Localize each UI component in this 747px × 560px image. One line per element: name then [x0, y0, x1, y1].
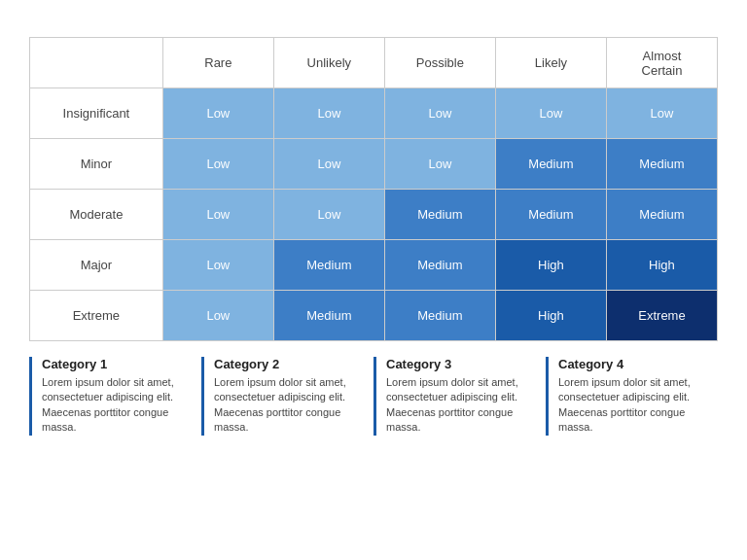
- matrix-cell: Low: [162, 190, 273, 240]
- matrix-cell: Low: [162, 291, 273, 341]
- matrix-cell: High: [495, 240, 606, 291]
- category-item: Category 4Lorem ipsum dolor sit amet, co…: [546, 357, 710, 436]
- matrix-cell: Low: [273, 88, 384, 139]
- category-title: Category 3: [386, 357, 530, 371]
- category-text: Lorem ipsum dolor sit amet, consectetuer…: [386, 375, 530, 436]
- category-text: Lorem ipsum dolor sit amet, consectetuer…: [214, 375, 358, 436]
- matrix-cell: Low: [606, 88, 717, 139]
- category-title: Category 1: [42, 357, 186, 371]
- category-text: Lorem ipsum dolor sit amet, consectetuer…: [558, 375, 702, 436]
- matrix-cell: Medium: [273, 291, 384, 341]
- matrix-cell: Medium: [495, 139, 606, 190]
- matrix-cell: Low: [384, 139, 495, 190]
- matrix-cell: Low: [273, 190, 384, 240]
- matrix-cell: Low: [162, 240, 273, 291]
- row-header: Insignificant: [30, 88, 163, 139]
- row-header: Moderate: [30, 190, 163, 240]
- col-header-almost-certain: AlmostCertain: [606, 38, 717, 88]
- col-header-possible: Possible: [384, 38, 495, 88]
- col-header-likely: Likely: [495, 38, 606, 88]
- matrix-cell: Medium: [273, 240, 384, 291]
- matrix-cell: High: [606, 240, 717, 291]
- category-item: Category 1Lorem ipsum dolor sit amet, co…: [29, 357, 194, 436]
- matrix-cell: High: [495, 291, 606, 341]
- matrix-cell: Medium: [606, 190, 717, 240]
- table-row: ModerateLowLowMediumMediumMedium: [30, 190, 718, 240]
- matrix-cell: Medium: [495, 190, 606, 240]
- row-header: Major: [30, 240, 163, 291]
- matrix-cell: Low: [162, 88, 273, 139]
- row-header: Minor: [30, 139, 163, 190]
- col-header-rare: Rare: [162, 38, 273, 88]
- col-header-unlikely: Unlikely: [273, 38, 384, 88]
- row-header: Extreme: [30, 291, 163, 341]
- corner-cell: [30, 38, 163, 88]
- table-row: ExtremeLowMediumMediumHighExtreme: [30, 291, 718, 341]
- matrix-table: Rare Unlikely Possible Likely AlmostCert…: [29, 37, 718, 341]
- matrix-cell: Medium: [384, 190, 495, 240]
- page: Rare Unlikely Possible Likely AlmostCert…: [0, 0, 747, 560]
- category-item: Category 2Lorem ipsum dolor sit amet, co…: [201, 357, 366, 436]
- matrix-cell: Low: [495, 88, 606, 139]
- category-title: Category 2: [214, 357, 358, 371]
- category-item: Category 3Lorem ipsum dolor sit amet, co…: [374, 357, 538, 436]
- matrix-cell: Low: [384, 88, 495, 139]
- categories-section: Category 1Lorem ipsum dolor sit amet, co…: [29, 357, 718, 436]
- matrix-cell: Medium: [384, 291, 495, 341]
- table-row: InsignificantLowLowLowLowLow: [30, 88, 718, 139]
- matrix-cell: Extreme: [606, 291, 717, 341]
- category-text: Lorem ipsum dolor sit amet, consectetuer…: [42, 375, 186, 436]
- matrix-cell: Medium: [384, 240, 495, 291]
- matrix-cell: Low: [273, 139, 384, 190]
- matrix-cell: Medium: [606, 139, 717, 190]
- table-row: MinorLowLowLowMediumMedium: [30, 139, 718, 190]
- table-row: MajorLowMediumMediumHighHigh: [30, 240, 718, 291]
- matrix-cell: Low: [162, 139, 273, 190]
- category-title: Category 4: [558, 357, 702, 371]
